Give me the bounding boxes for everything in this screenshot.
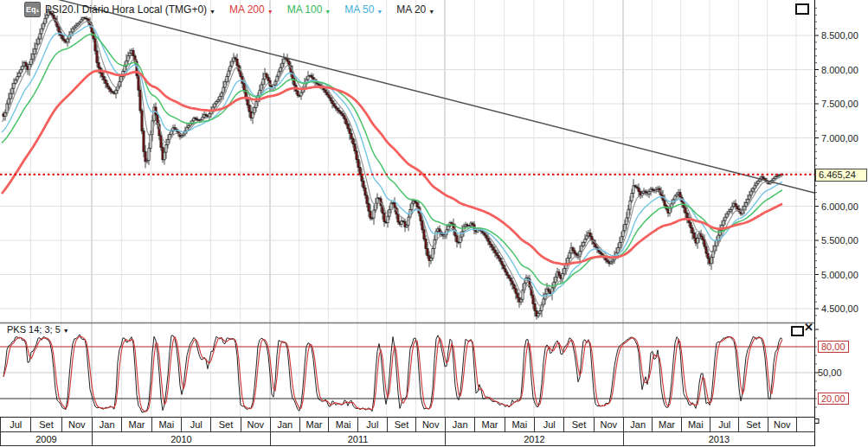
time-axis-year: 2013 bbox=[623, 432, 814, 446]
time-axis-month: Mai bbox=[505, 418, 534, 432]
time-axis-year: 2010 bbox=[92, 432, 270, 446]
time-axis-month: Mar bbox=[299, 418, 329, 432]
chevron-down-icon: ▼ bbox=[325, 9, 331, 15]
time-axis-year: 2012 bbox=[445, 432, 623, 446]
chevron-down-icon: ▼ bbox=[376, 9, 383, 15]
stoch-level-label: 50,00 bbox=[818, 367, 842, 378]
maximize-icon[interactable] bbox=[795, 3, 809, 15]
time-axis-month: Mai bbox=[151, 418, 181, 432]
price-axis-label: 8.500,00 bbox=[821, 30, 858, 41]
time-axis-month: Jan bbox=[445, 418, 474, 432]
price-axis-label: 4.500,00 bbox=[821, 303, 858, 314]
time-axis-month: Mar bbox=[652, 418, 680, 432]
time-axis-month: Jul bbox=[534, 418, 563, 432]
stoch-level-label: 20,00 bbox=[818, 393, 849, 405]
time-axis-month: Set bbox=[563, 418, 593, 432]
chevron-down-icon: ▼ bbox=[267, 9, 273, 15]
stochastic-label: PKS 14; 3; 5 bbox=[7, 324, 61, 335]
price-axis-label: 7.000,00 bbox=[821, 133, 858, 144]
time-axis-month: Mai bbox=[328, 418, 357, 432]
time-axis-month: Nov bbox=[768, 418, 796, 432]
time-axis-month: Mar bbox=[474, 418, 504, 432]
time-axis-month: Mar bbox=[121, 418, 151, 432]
instrument-icon: Eq₁ bbox=[24, 2, 41, 17]
time-axis-month: Jul bbox=[0, 418, 30, 432]
chart-window: Eq₁ PSI20.I Diário Hora Local (TMG+0)▼ M… bbox=[0, 0, 868, 447]
time-axis-month: Jul bbox=[710, 418, 738, 432]
price-axis-label: 5.000,00 bbox=[821, 270, 858, 280]
price-axis-label: 7.500,00 bbox=[821, 99, 858, 109]
time-axis-month bbox=[796, 418, 814, 432]
chart-canvas[interactable] bbox=[0, 0, 868, 447]
time-axis-year: 2011 bbox=[270, 432, 445, 446]
chevron-down-icon: ▼ bbox=[209, 9, 215, 15]
chevron-down-icon: ▼ bbox=[428, 9, 434, 15]
time-axis-month: Set bbox=[210, 418, 240, 432]
time-axis-year: 2009 bbox=[0, 432, 92, 446]
indicator-label-ma-100[interactable]: MA 100▼ bbox=[287, 3, 331, 16]
stochastic-indicator-dropdown[interactable]: PKS 14; 3; 5▼ bbox=[7, 324, 69, 335]
time-axis-month: Jan bbox=[623, 418, 652, 432]
time-axis-month: Set bbox=[387, 418, 416, 432]
price-axis-label: 5.500,00 bbox=[821, 235, 858, 246]
instrument-title-dropdown[interactable]: PSI20.I Diário Hora Local (TMG+0)▼ bbox=[45, 3, 215, 16]
time-axis-month: Set bbox=[30, 418, 61, 432]
price-axis-label: 8.000,00 bbox=[821, 65, 858, 75]
time-axis-month: Nov bbox=[241, 418, 270, 432]
time-axis-month: Jul bbox=[357, 418, 387, 432]
time-axis-month: Nov bbox=[594, 418, 623, 432]
indicator-label-ma-200[interactable]: MA 200▼ bbox=[229, 3, 273, 16]
stoch-level-label: 80,00 bbox=[818, 341, 849, 353]
time-axis-month: Nov bbox=[415, 418, 445, 432]
time-axis-month: Jan bbox=[92, 418, 121, 432]
time-axis-month: Jul bbox=[181, 418, 210, 432]
indicator-label-ma-20[interactable]: MA 20▼ bbox=[396, 3, 434, 16]
price-axis-label: 6.000,00 bbox=[821, 201, 858, 212]
time-axis-month: Nov bbox=[61, 418, 92, 432]
last-price-badge: 6.465,24 bbox=[815, 169, 867, 182]
time-axis-month: Set bbox=[738, 418, 767, 432]
panel-close-icon[interactable]: ✕ bbox=[804, 322, 813, 334]
indicator-label-ma-50[interactable]: MA 50▼ bbox=[344, 3, 383, 16]
panel-maximize-icon[interactable] bbox=[791, 326, 804, 336]
chevron-down-icon: ▼ bbox=[63, 328, 69, 334]
time-axis-month: Mai bbox=[681, 418, 710, 432]
chart-header: Eq₁ PSI20.I Diário Hora Local (TMG+0)▼ M… bbox=[24, 2, 434, 17]
chart-title: PSI20.I Diário Hora Local (TMG+0) bbox=[45, 3, 207, 16]
time-axis-month: Jan bbox=[270, 418, 299, 432]
